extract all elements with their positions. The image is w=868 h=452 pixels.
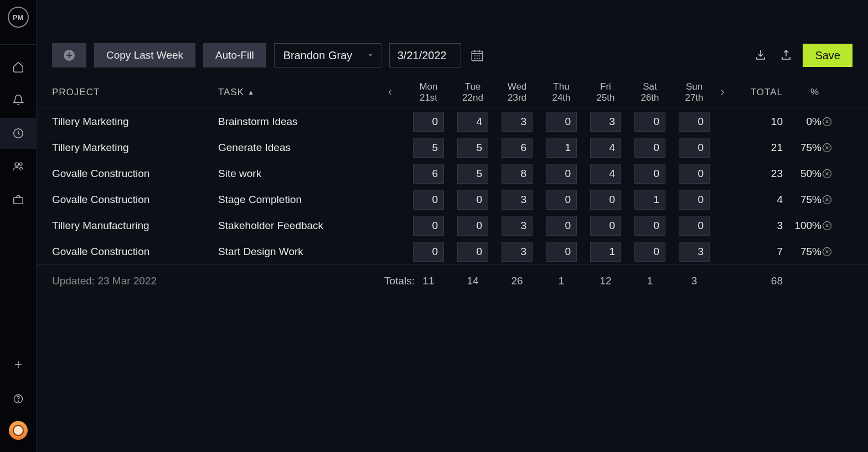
save-button[interactable]: Save [803, 44, 852, 67]
hour-cell[interactable]: 0 [457, 190, 488, 210]
hour-cell[interactable]: 0 [634, 216, 665, 236]
cell-task[interactable]: Generate Ideas [218, 142, 384, 154]
hour-cell[interactable]: 6 [413, 164, 444, 184]
hour-cell[interactable]: 0 [679, 112, 710, 132]
nav-timesheet[interactable] [0, 118, 36, 149]
next-week-button[interactable] [716, 86, 738, 98]
row-total: 21 [738, 142, 783, 154]
hour-cell[interactable]: 1 [634, 190, 665, 210]
cell-project[interactable]: Govalle Construction [52, 168, 218, 180]
col-project[interactable]: PROJECT [52, 87, 218, 98]
copy-last-week-button[interactable]: Copy Last Week [94, 43, 195, 67]
hour-cell[interactable]: 4 [457, 112, 488, 132]
delete-row-button[interactable] [822, 194, 849, 205]
help-icon [13, 393, 24, 404]
hour-cell[interactable]: 0 [546, 164, 577, 184]
hour-cell[interactable]: 4 [590, 164, 621, 184]
hour-cell[interactable]: 0 [634, 112, 665, 132]
hour-cell[interactable]: 0 [457, 242, 488, 262]
hour-cell[interactable]: 0 [413, 242, 444, 262]
day-col-1: Tue22nd [451, 81, 495, 103]
hour-cell[interactable]: 0 [546, 242, 577, 262]
hour-cell[interactable]: 3 [590, 112, 621, 132]
cell-task[interactable]: Start Design Work [218, 246, 384, 258]
delete-row-button[interactable] [822, 142, 849, 153]
hour-cell[interactable]: 0 [634, 242, 665, 262]
col-percent[interactable]: % [783, 87, 822, 98]
hour-cell[interactable]: 3 [502, 112, 533, 132]
user-select[interactable]: Brandon Gray [274, 43, 381, 67]
nav-home[interactable] [0, 51, 36, 82]
hour-cell[interactable]: 1 [546, 138, 577, 158]
hour-cell[interactable]: 0 [590, 190, 621, 210]
hour-cell[interactable]: 0 [413, 216, 444, 236]
hour-cell[interactable]: 4 [590, 138, 621, 158]
hour-cell[interactable]: 0 [546, 112, 577, 132]
hour-cell[interactable]: 5 [457, 138, 488, 158]
totals-label: Totals: [384, 275, 406, 287]
close-circle-icon [822, 116, 849, 127]
logo: PM [8, 7, 29, 28]
cell-project[interactable]: Tillery Manufacturing [52, 220, 218, 232]
prev-week-button[interactable] [384, 86, 406, 98]
footer-total-6: 3 [672, 275, 716, 287]
sidebar: PM [0, 0, 37, 452]
hour-cell[interactable]: 0 [634, 164, 665, 184]
cell-project[interactable]: Tillery Marketing [52, 116, 218, 128]
hour-cell[interactable]: 0 [546, 190, 577, 210]
cell-task[interactable]: Stage Completion [218, 194, 384, 206]
hour-cell[interactable]: 1 [590, 242, 621, 262]
auto-fill-button[interactable]: Auto-Fill [203, 43, 266, 67]
hour-cell[interactable]: 0 [413, 112, 444, 132]
footer-total-5: 1 [628, 275, 672, 287]
cell-project[interactable]: Govalle Construction [52, 194, 218, 206]
calendar-button[interactable] [469, 47, 485, 64]
footer-total-1: 14 [451, 275, 495, 287]
nav-add[interactable] [0, 352, 36, 377]
hour-cell[interactable]: 0 [590, 216, 621, 236]
hour-cell[interactable]: 0 [679, 138, 710, 158]
export-button[interactable] [777, 46, 795, 64]
nav-help[interactable] [0, 387, 36, 411]
delete-row-button[interactable] [822, 168, 849, 179]
date-input[interactable]: 3/21/2022 [389, 43, 461, 67]
hour-cell[interactable]: 0 [679, 216, 710, 236]
hour-cell[interactable]: 0 [634, 138, 665, 158]
hour-cell[interactable]: 3 [502, 216, 533, 236]
hour-cell[interactable]: 3 [502, 190, 533, 210]
nav-team[interactable] [0, 151, 36, 182]
hour-cell[interactable]: 0 [546, 216, 577, 236]
col-task[interactable]: TASK ▲ [218, 87, 384, 98]
hour-cell[interactable]: 3 [502, 242, 533, 262]
hour-cell[interactable]: 5 [413, 138, 444, 158]
delete-row-button[interactable] [822, 220, 849, 231]
hour-cell[interactable]: 0 [679, 164, 710, 184]
avatar[interactable] [9, 421, 28, 440]
hour-cell[interactable]: 5 [457, 164, 488, 184]
hour-cell[interactable]: 0 [413, 190, 444, 210]
nav-projects[interactable] [0, 184, 36, 215]
hour-cell[interactable]: 6 [502, 138, 533, 158]
hour-cell[interactable]: 0 [679, 190, 710, 210]
timesheet-grid: PROJECT TASK ▲ Mon21st Tue22nd Wed23rd T… [37, 76, 868, 297]
cell-task[interactable]: Brainstorm Ideas [218, 116, 384, 128]
date-value: 3/21/2022 [397, 49, 447, 62]
close-circle-icon [822, 168, 849, 179]
cell-project[interactable]: Tillery Marketing [52, 142, 218, 154]
delete-row-button[interactable] [822, 246, 849, 257]
nav-notifications[interactable] [0, 85, 36, 116]
hour-cell[interactable]: 3 [679, 242, 710, 262]
hour-cell[interactable]: 0 [457, 216, 488, 236]
footer-total-2: 26 [495, 275, 539, 287]
briefcase-icon [12, 194, 24, 206]
updated-label: Updated: 23 Mar 2022 [52, 275, 384, 287]
svg-rect-3 [13, 198, 23, 204]
cell-project[interactable]: Govalle Construction [52, 246, 218, 258]
cell-task[interactable]: Stakeholder Feedback [218, 220, 384, 232]
import-button[interactable] [752, 46, 769, 64]
hour-cell[interactable]: 8 [502, 164, 533, 184]
delete-row-button[interactable] [822, 116, 849, 127]
add-row-button[interactable] [52, 43, 86, 67]
col-total[interactable]: TOTAL [738, 87, 783, 98]
cell-task[interactable]: Site work [218, 168, 384, 180]
